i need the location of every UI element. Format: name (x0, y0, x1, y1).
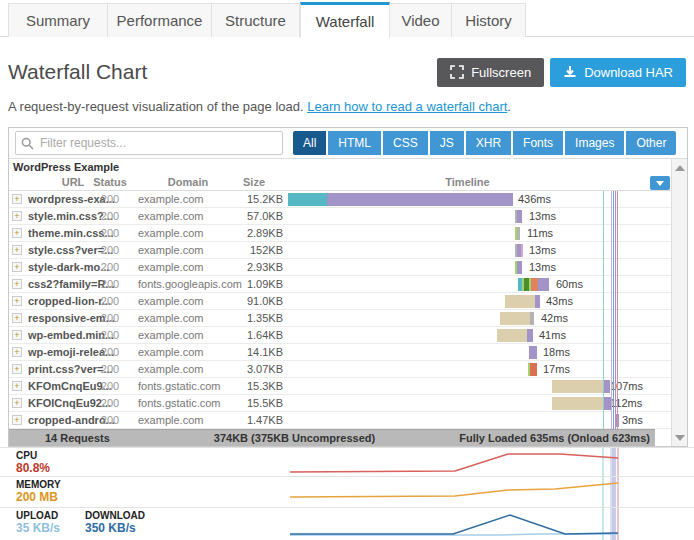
col-timeline[interactable]: Timeline (288, 176, 647, 188)
upload-label: UPLOAD (16, 510, 58, 521)
request-size: 152KB (225, 244, 283, 256)
request-count: 14 Requests (45, 432, 110, 444)
request-size: 1.09KB (225, 278, 283, 290)
table-row[interactable]: +wp-embed.min...200example.com1.64KB41ms (9, 327, 671, 344)
timing-segment-purple (517, 261, 522, 274)
tab-performance[interactable]: Performance (108, 3, 212, 37)
tab-history[interactable]: History (452, 3, 526, 37)
scroll-up-arrow-icon[interactable] (675, 165, 685, 171)
fullscreen-button[interactable]: Fullscreen (437, 58, 544, 87)
tab-summary[interactable]: Summary (8, 3, 108, 37)
download-value: 350 KB/s (85, 521, 136, 535)
expand-row-icon[interactable]: + (12, 228, 22, 238)
page-event-line (615, 191, 616, 429)
expand-row-icon[interactable]: + (12, 279, 22, 289)
status-code: 200 (88, 346, 132, 358)
download-label: DOWNLOAD (85, 510, 145, 521)
filter-html[interactable]: HTML (328, 131, 381, 155)
request-size: 91.0KB (225, 295, 283, 307)
table-row[interactable]: +KFOlCnqEu92...200fonts.gstatic.com15.5K… (9, 395, 671, 412)
expand-row-icon[interactable]: + (12, 347, 22, 357)
expand-row-icon[interactable]: + (12, 262, 22, 272)
page-event-line (613, 191, 614, 429)
timing-label: 17ms (543, 363, 570, 375)
status-code: 200 (88, 261, 132, 273)
timing-label: 60ms (556, 278, 583, 290)
download-har-button[interactable]: Download HAR (550, 58, 686, 87)
request-size: 15.2KB (225, 193, 283, 205)
col-domain[interactable]: Domain (138, 176, 238, 188)
memory-graph: MEMORY 200 MB (0, 476, 694, 507)
filter-requests-input[interactable] (15, 131, 283, 155)
timing-segment-purple (538, 278, 549, 291)
cpu-label: CPU (16, 450, 37, 461)
status-code: 200 (88, 329, 132, 341)
request-rows: +wordpress-exa...200example.com15.2KB436… (9, 191, 671, 429)
request-size: 3.07KB (225, 363, 283, 375)
tab-structure[interactable]: Structure (212, 3, 300, 37)
timing-segment-purple (527, 329, 533, 342)
description-text: A request-by-request visualization of th… (8, 99, 307, 114)
table-row[interactable]: +print.css?ver=...200example.com3.07KB17… (9, 361, 671, 378)
status-code: 200 (88, 363, 132, 375)
timing-segment-purple (529, 346, 537, 359)
expand-row-icon[interactable]: + (12, 398, 22, 408)
expand-row-icon[interactable]: + (12, 211, 22, 221)
expand-row-icon[interactable]: + (12, 194, 22, 204)
table-row[interactable]: +style.min.css?...200example.com57.0KB13… (9, 208, 671, 225)
timing-segment-pink (521, 244, 523, 257)
col-size[interactable]: Size (225, 176, 283, 188)
vertical-scrollbar[interactable] (671, 159, 687, 446)
status-code: 200 (88, 295, 132, 307)
table-row[interactable]: +style-dark-mo...200example.com2.93KB13m… (9, 259, 671, 276)
expand-row-icon[interactable]: + (12, 415, 22, 425)
download-icon (563, 65, 577, 79)
table-row[interactable]: +cropped-lion-r...200example.com91.0KB43… (9, 293, 671, 310)
status-code: 200 (88, 414, 132, 426)
expand-row-icon[interactable]: + (12, 364, 22, 374)
expand-row-icon[interactable]: + (12, 313, 22, 323)
download-har-label: Download HAR (584, 65, 673, 80)
page-event-line (617, 191, 618, 429)
table-row[interactable]: +css2?family=R...200fonts.googleapis.com… (9, 276, 671, 293)
status-code: 200 (88, 227, 132, 239)
timing-segment-red (530, 363, 537, 376)
expand-row-icon[interactable]: + (12, 330, 22, 340)
filter-all[interactable]: All (293, 131, 326, 155)
timing-label: 13ms (529, 244, 556, 256)
scroll-down-arrow-icon[interactable] (675, 435, 685, 441)
network-graph: UPLOAD DOWNLOAD 35 KB/s 350 KB/s (0, 507, 694, 540)
tab-video[interactable]: Video (390, 3, 452, 37)
expand-row-icon[interactable]: + (12, 381, 22, 391)
table-row[interactable]: +responsive-em...200example.com1.35KB42m… (9, 310, 671, 327)
filter-fonts[interactable]: Fonts (513, 131, 563, 155)
tab-waterfall[interactable]: Waterfall (300, 2, 390, 38)
waterfall-help-link[interactable]: Learn how to read a waterfall chart (307, 99, 507, 114)
timing-label: 41ms (539, 329, 566, 341)
table-row[interactable]: +style.css?ver=...200example.com152KB13m… (9, 242, 671, 259)
filter-js[interactable]: JS (430, 131, 464, 155)
resource-graphs: CPU 80.8% MEMORY 200 MB UPLOAD DOWNLOAD … (0, 447, 694, 540)
filter-toolbar: AllHTMLCSSJSXHRFontsImagesOther (9, 128, 687, 159)
waterfall-panel: AllHTMLCSSJSXHRFontsImagesOther WordPres… (8, 127, 688, 447)
timing-segment-tan (500, 312, 530, 325)
filter-xhr[interactable]: XHR (466, 131, 511, 155)
filter-other[interactable]: Other (626, 131, 676, 155)
table-row[interactable]: +theme.min.css...200example.com2.89KB11m… (9, 225, 671, 242)
request-size: 57.0KB (225, 210, 283, 222)
timing-segment-salmon (531, 278, 538, 291)
timeline-options-dropdown[interactable] (650, 176, 670, 190)
table-row[interactable]: +cropped-andro...200example.com1.47KB3ms (9, 412, 671, 429)
table-row[interactable]: +KFOmCnqEu9...200fonts.gstatic.com15.3KB… (9, 378, 671, 395)
table-row[interactable]: +wordpress-exa...200example.com15.2KB436… (9, 191, 671, 208)
filter-images[interactable]: Images (565, 131, 624, 155)
column-header-row: URL Status Domain Size Timeline (9, 175, 671, 191)
page-title: Waterfall Chart (8, 60, 147, 84)
col-status[interactable]: Status (88, 176, 132, 188)
fullscreen-label: Fullscreen (471, 65, 531, 80)
filter-css[interactable]: CSS (383, 131, 428, 155)
expand-row-icon[interactable]: + (12, 296, 22, 306)
page-event-line (603, 191, 604, 429)
table-row[interactable]: +wp-emoji-relea...200example.com14.1KB18… (9, 344, 671, 361)
expand-row-icon[interactable]: + (12, 245, 22, 255)
